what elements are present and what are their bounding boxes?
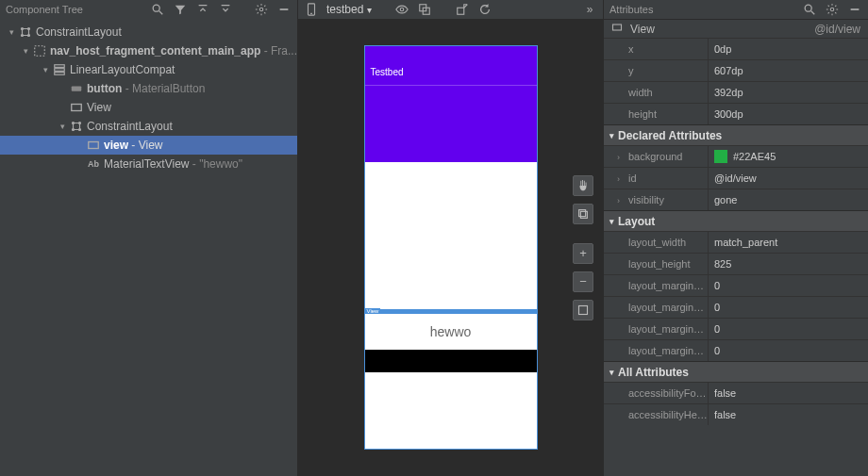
tree-expand-icon[interactable]: ▾	[6, 27, 17, 37]
attribute-row[interactable]: layout_marginLeft0	[604, 274, 868, 296]
constraint-icon	[70, 120, 83, 133]
attribute-value[interactable]: 392dp	[708, 82, 868, 103]
attributes-selected-tag: View @id/view	[604, 19, 868, 38]
svg-line-1	[159, 11, 163, 15]
svg-rect-27	[579, 209, 586, 216]
component-tree[interactable]: ▾ConstraintLayout▾nav_host_fragment_cont…	[0, 19, 297, 476]
attribute-value[interactable]: 607dp	[708, 60, 868, 81]
attribute-row[interactable]: width392dp	[604, 81, 868, 103]
attribute-value[interactable]: 0dp	[708, 39, 868, 59]
device-textview[interactable]: hewwo	[365, 314, 537, 350]
search-icon[interactable]	[802, 2, 817, 17]
attribute-section-header[interactable]: ▾Layout	[604, 210, 868, 231]
attribute-key: layout_height	[604, 258, 708, 270]
attribute-row[interactable]: x0dp	[604, 38, 868, 59]
attribute-row[interactable]: ›visibilitygone	[604, 189, 868, 210]
load-overlay-icon[interactable]	[455, 2, 470, 17]
fragment-icon	[33, 44, 46, 57]
attribute-row[interactable]: ›id@id/view	[604, 167, 868, 189]
tree-node[interactable]: ▾ConstraintLayout	[0, 23, 297, 41]
attribute-value[interactable]: @id/view	[708, 168, 868, 189]
tree-node[interactable]: ▾LinearLayoutCompat	[0, 60, 297, 79]
attribute-value[interactable]: 0	[708, 275, 868, 296]
tree-node[interactable]: view - View	[0, 136, 297, 155]
attribute-row[interactable]: layout_marginRight0	[604, 318, 868, 339]
tree-node[interactable]: ▾nav_host_fragment_content_main_app - Fr…	[0, 41, 297, 60]
attribute-value[interactable]: 300dp	[708, 104, 868, 124]
attribute-value[interactable]: 0	[708, 319, 868, 339]
svg-rect-11	[55, 65, 65, 68]
attribute-row[interactable]: layout_height825	[604, 253, 868, 274]
minimize-icon[interactable]	[276, 2, 292, 17]
attributes-toolbar: Attributes	[604, 0, 868, 19]
zoom-out-button[interactable]: −	[573, 271, 593, 292]
attribute-row[interactable]: layout_marginTop0	[604, 296, 868, 318]
attribute-value[interactable]: 0	[708, 297, 868, 318]
attribute-row[interactable]: accessibilityFocu...false	[604, 382, 868, 403]
attribute-key: layout_width	[604, 237, 708, 248]
tree-node[interactable]: button - MaterialButton	[0, 79, 297, 98]
attribute-row[interactable]: ›background#22AE45	[604, 145, 868, 167]
attribute-value[interactable]: false	[708, 383, 868, 403]
attribute-row[interactable]: accessibilityHea...false	[604, 403, 868, 425]
tree-node-label: button - MaterialButton	[87, 82, 205, 95]
zoom-in-button[interactable]: +	[573, 243, 593, 264]
attribute-value[interactable]: false	[708, 404, 868, 425]
attribute-section-header[interactable]: ▾All Attributes	[604, 361, 868, 382]
zoom-fit-button[interactable]	[573, 300, 593, 320]
device-dropdown[interactable]: testbed ▾	[326, 3, 372, 16]
design-canvas[interactable]: Testbed hewwo + −	[298, 19, 603, 476]
svg-point-30	[805, 5, 811, 11]
attribute-section-header[interactable]: ▾Declared Attributes	[604, 124, 868, 145]
chevron-down-icon: ▾	[367, 5, 372, 15]
expand-down-icon[interactable]	[218, 2, 233, 17]
chevron-down-icon: ▾	[609, 368, 614, 377]
filter-icon[interactable]	[173, 2, 188, 17]
layers-icon[interactable]	[573, 204, 593, 224]
attribute-row[interactable]: layout_marginBo...0	[604, 339, 868, 361]
device-text-content: hewwo	[430, 324, 472, 339]
selected-view-highlight[interactable]	[365, 309, 537, 314]
tree-node-label: LinearLayoutCompat	[70, 63, 175, 76]
tree-expand-icon[interactable]: ▾	[40, 65, 51, 74]
tree-expand-icon[interactable]: ▾	[57, 122, 68, 131]
attributes-table[interactable]: x0dpy607dpwidth392dpheight300dp▾Declared…	[604, 38, 868, 476]
attribute-value[interactable]: 825	[708, 254, 868, 274]
pan-icon[interactable]	[573, 175, 593, 196]
attribute-value[interactable]: 0	[708, 340, 868, 361]
attribute-key: layout_marginRight	[604, 323, 708, 335]
gear-icon[interactable]	[825, 2, 840, 17]
tree-node-label: ConstraintLayout	[36, 25, 122, 39]
attribute-key: ›visibility	[604, 194, 708, 205]
attribute-key: layout_marginBo...	[604, 345, 708, 356]
attribute-row[interactable]: height300dp	[604, 103, 868, 124]
svg-rect-13	[55, 73, 65, 75]
overlay-icon[interactable]	[417, 2, 432, 17]
refresh-icon[interactable]	[477, 2, 492, 17]
attribute-value[interactable]: match_parent	[708, 232, 868, 253]
tree-node[interactable]: View	[0, 98, 297, 117]
attribute-value[interactable]: gone	[708, 189, 868, 210]
eye-icon[interactable]	[394, 2, 409, 17]
attribute-key: height	[604, 108, 708, 120]
device-preview[interactable]: Testbed hewwo	[364, 45, 538, 450]
attribute-row[interactable]: y607dp	[604, 59, 868, 81]
device-icon[interactable]	[304, 2, 319, 17]
color-swatch	[714, 150, 727, 163]
gear-icon[interactable]	[254, 2, 269, 17]
attribute-key: ›background	[604, 151, 708, 162]
device-body	[365, 162, 537, 309]
minimize-icon[interactable]	[847, 2, 862, 17]
attribute-value[interactable]: #22AE45	[708, 146, 868, 167]
tree-node[interactable]: AbMaterialTextView - "hewwo"	[0, 155, 297, 173]
search-icon[interactable]	[150, 2, 165, 17]
attributes-panel: Attributes View @id/view x0dpy607dpwidth…	[604, 0, 868, 476]
constraint-icon	[19, 25, 32, 39]
tree-node[interactable]: ▾ConstraintLayout	[0, 117, 297, 136]
tree-expand-icon[interactable]: ▾	[21, 46, 31, 56]
attribute-row[interactable]: layout_widthmatch_parent	[604, 231, 868, 253]
device-black-band	[365, 350, 537, 372]
collapse-up-icon[interactable]	[195, 2, 210, 17]
more-icon[interactable]: »	[582, 2, 597, 17]
svg-rect-34	[613, 25, 622, 30]
